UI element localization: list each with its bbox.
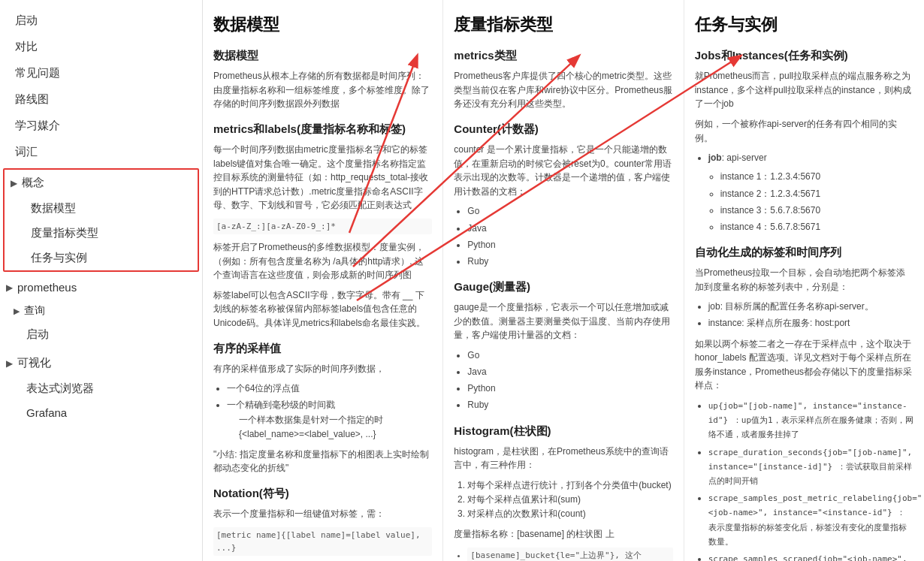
- col3-instance-list: instance 1：1.2.3.4:5670 instance 2：1.2.3…: [720, 170, 913, 234]
- col2-h-histogram: Histogram(柱状图): [454, 422, 672, 440]
- col1-list-item-time: 一个精确到毫秒级的时间戳 一个样本数据集是针对一个指定的时{<label_nam…: [227, 398, 432, 442]
- col3-p-autolabel: 当Prometheus拉取一个目标，会自动地把两个标签添加到度量名称的标签列表中…: [695, 266, 913, 294]
- col1-title: 数据模型: [213, 11, 432, 38]
- col3-p-jobs: 就Prometheus而言，pull拉取采样点的端点服务称之为instance，…: [695, 69, 913, 111]
- col1-list-samples: 一个64位的浮点值 一个精确到毫秒级的时间戳 一个样本数据集是针对一个指定的时{…: [227, 382, 432, 442]
- col2-h-counter: Counter(计数器): [454, 120, 672, 138]
- col1-h-model: 数据模型: [213, 47, 432, 65]
- concept-section-box: ▶ 概念 数据模型 度量指标类型 任务与实例: [3, 168, 199, 272]
- arrow-right-icon: ▶: [14, 306, 20, 316]
- arrow-down-icon2: ▶: [6, 282, 13, 293]
- col3-metric-list: up{job="[job-name]", instance="instance-…: [708, 399, 913, 561]
- col1-list-item-float: 一个64位的浮点值: [227, 382, 432, 396]
- sidebar-section-keshihua[interactable]: ▶ 可视化: [0, 350, 202, 376]
- col3-h-jobs: Jobs和Instances(任务和实例): [695, 47, 913, 65]
- col3-title: 任务与实例: [695, 11, 913, 38]
- sidebar-child-qidong2[interactable]: 启动: [0, 322, 202, 347]
- main-content: 数据模型 数据模型 Prometheus从根本上存储的所有数据都是时间序列：由度…: [203, 0, 924, 561]
- col2-p-gauge: gauge是一个度量指标，它表示一个可以任意增加或减少的数值。测量器主要测量类似…: [454, 300, 672, 342]
- col3-p-honor: 如果以两个标签二者之一存在于采样点中，这个取决于 honor_labels 配置…: [695, 337, 913, 393]
- col2-list-histogram: 对每个采样点进行统计，打到各个分类值中(bucket) 对每个采样点值累计和(s…: [467, 478, 672, 522]
- col3-h-autolabel: 自动化生成的标签和时间序列: [695, 243, 913, 261]
- sidebar-item-xuexi[interactable]: 学习媒介: [0, 113, 202, 139]
- col3-job-list: job: api-server instance 1：1.2.3.4:5670 …: [708, 151, 913, 234]
- col2-p-counter: counter 是一个累计度量指标，它是一个只能递增的数值，在重新启动的时候它会…: [454, 143, 672, 198]
- col-renwu: 任务与实例 Jobs和Instances(任务和实例) 就Prometheus而…: [684, 0, 924, 561]
- sidebar-item-cihui[interactable]: 词汇: [0, 139, 202, 165]
- col1-h-ordered: 有序的采样值: [213, 339, 432, 357]
- sidebar-child-shujumoxing[interactable]: 数据模型: [5, 196, 198, 221]
- col1-h-notation: Notation(符号): [213, 484, 432, 502]
- col2-list-gauge: Go Java Python Ruby: [467, 348, 672, 413]
- col3-label-list: job: 目标所属的配置任务名称api-server。 instance: 采样…: [708, 300, 913, 330]
- col1-p-model: Prometheus从根本上存储的所有数据都是时间序列：由度量指标名称和一组标签…: [213, 69, 432, 111]
- col3-p-example: 例如，一个被称作api-server的任务有四个相同的实例。: [695, 117, 913, 145]
- sidebar-subsection-chaxun[interactable]: ▶ 查询: [0, 300, 202, 322]
- col1-code-regex: [a-zA-Z_:][a-zA-Z0-9_:]*: [213, 219, 432, 234]
- col2-h-types: metrics类型: [454, 47, 672, 65]
- col2-list-basename: [basename]_bucket{le="上边界"}, 这个: [467, 547, 672, 561]
- col1-note: "小结: 指定度量名称和度量指标下的相图表上实时绘制都动态变化的折线": [213, 448, 432, 475]
- col2-p-types: Prometheus客户库提供了四个核心的metric类型。这些类型当前仅在客户…: [454, 69, 672, 111]
- col1-p-notation: 表示一个度量指标和一组键值对标签，需：: [213, 507, 432, 521]
- sidebar-section-prometheus[interactable]: ▶ prometheus: [0, 275, 202, 300]
- sidebar-section-gainian[interactable]: ▶ 概念: [5, 170, 198, 196]
- sidebar-child-grafana[interactable]: Grafana: [0, 401, 202, 424]
- col1-p-labels: 每一个时间序列数据由metric度量指标名字和它的标签labels键值对集合唯一…: [213, 143, 432, 213]
- col2-p-histogram: histogram，是柱状图，在Prometheus系统中的查询语言中，有三种作…: [454, 445, 672, 472]
- sidebar-child-renwu[interactable]: 任务与实例: [5, 246, 198, 270]
- sidebar: 启动 对比 常见问题 路线图 学习媒介 词汇 ▶ 概念 数据模型 度量指标类型 …: [0, 0, 203, 561]
- sidebar-item-changjian[interactable]: 常见问题: [0, 60, 202, 86]
- sidebar-item-luxian[interactable]: 路线图: [0, 86, 202, 113]
- sidebar-child-biaodashibiaolanqi[interactable]: 表达式浏览器: [0, 376, 202, 401]
- arrow-down-icon3: ▶: [6, 358, 13, 369]
- col-duliang: 度量指标类型 metrics类型 Prometheus客户库提供了四个核心的me…: [443, 0, 684, 561]
- col1-p-labels3: 标签label可以包含ASCII字母，数字字母。带有 __ 下划线的标签名称被保…: [213, 288, 432, 330]
- col1-p-labels2: 标签开启了Prometheus的多维数据模型：度量实例，（例如：所有包含度量名称…: [213, 240, 432, 282]
- col2-p-basename: 度量指标名称：[basename] 的柱状图 上: [454, 527, 672, 541]
- col2-h-gauge: Gauge(测量器): [454, 278, 672, 296]
- col-shujumoxing: 数据模型 数据模型 Prometheus从根本上存储的所有数据都是时间序列：由度…: [203, 0, 443, 561]
- col1-code-notation: [metric name]{[label name]=[label value]…: [213, 527, 432, 556]
- arrow-down-icon: ▶: [11, 178, 17, 189]
- sidebar-child-duliang[interactable]: 度量指标类型: [5, 221, 198, 246]
- col1-indent: 一个样本数据集是针对一个指定的时{<label_name>=<label_val…: [239, 413, 432, 442]
- sidebar-item-qidong[interactable]: 启动: [0, 8, 202, 34]
- col2-list-counter: Go Java Python Ruby: [467, 204, 672, 269]
- col1-p-ordered: 有序的采样值形成了实际的时间序列数据，: [213, 362, 432, 376]
- col2-title: 度量指标类型: [454, 11, 672, 38]
- col1-h-labels: metrics和labels(度量指标名称和标签): [213, 120, 432, 138]
- sidebar-item-duibi[interactable]: 对比: [0, 34, 202, 60]
